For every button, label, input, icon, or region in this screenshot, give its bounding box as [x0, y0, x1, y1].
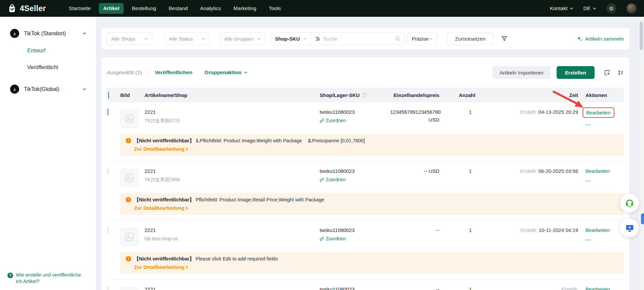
scrollbar-thumb[interactable]: [640, 21, 643, 50]
sidebar-group-label: TikTok(Global): [24, 86, 59, 92]
shops-filter-select[interactable]: Alle Shops: [107, 32, 152, 45]
chevron-down-icon: [593, 7, 596, 9]
detail-edit-link[interactable]: Zur Detailbearbeitung: [134, 205, 188, 211]
live-chat-button[interactable]: [620, 194, 639, 212]
sidebar-item-entwurf[interactable]: Entwurf: [0, 48, 96, 54]
warning-banner: ! 【Nicht veröffentlichbar】 Please click …: [120, 252, 624, 274]
article-group: 2221hjk-test-shop-us twsku11080023Zuordn…: [107, 221, 624, 280]
table-row: 2221hjk-test-shop-us twsku11080023Zuordn…: [107, 221, 624, 246]
map-link[interactable]: Zuordnen: [320, 236, 346, 241]
chevron-down-icon: [244, 71, 247, 74]
avatar[interactable]: [627, 3, 637, 13]
nav-startseite[interactable]: Startseite: [69, 3, 91, 14]
info-icon[interactable]: ?: [362, 93, 367, 98]
article-name: 2221: [145, 168, 320, 174]
shop-name: hjk-test-shop-us: [145, 236, 320, 241]
list-toolbar: Ausgewählt (1) Veröffentlichen Gruppenak…: [107, 57, 624, 79]
kontakt-label: Kontakt: [550, 5, 568, 11]
edit-link[interactable]: Bearbeiten: [586, 227, 610, 233]
image-placeholder-icon: [124, 114, 134, 124]
help-text: Wie erstelle und veröffentliche ich Arti…: [16, 272, 83, 285]
sidebar-group-tiktok-standort[interactable]: ♪ TikTok (Standort): [0, 29, 96, 38]
price-currency: USD: [390, 117, 439, 123]
nav-bestellung[interactable]: Bestellung: [132, 3, 156, 14]
col-header-sku: Shop/Lager-SKU: [320, 92, 360, 98]
kontakt-menu[interactable]: Kontakt: [550, 5, 573, 11]
created-time: 06-20-2025 03:56: [538, 168, 578, 174]
warning-text: Please click Edit to add required fields: [196, 256, 278, 261]
row-density-icon[interactable]: [617, 69, 624, 76]
col-header-time: Zeit: [494, 92, 583, 98]
map-link[interactable]: Zuordnen: [320, 118, 346, 123]
publish-link[interactable]: Veröffentlichen: [155, 69, 192, 76]
edit-link[interactable]: Bearbeiten: [586, 286, 610, 290]
article-sku: twsku11080023: [320, 227, 390, 233]
link-icon: [320, 118, 324, 123]
sidebar-item-veroeffentlicht[interactable]: Veröffentlicht: [0, 64, 96, 70]
detail-edit-link[interactable]: Zur Detailbearbeitung: [134, 264, 188, 270]
map-link[interactable]: Zuordnen: [320, 177, 346, 182]
col-header-actions: Aktionen: [583, 92, 624, 98]
created-label: Erstellt:: [520, 168, 537, 174]
product-thumbnail: [120, 110, 138, 128]
group-action-menu[interactable]: Gruppenaktion: [204, 69, 247, 76]
import-articles-button[interactable]: Artikeln Importieren: [492, 66, 551, 79]
status-filter-select[interactable]: Alle Status: [164, 32, 210, 45]
nav-analytics[interactable]: Analytics: [200, 3, 221, 14]
search-input[interactable]: [323, 36, 392, 42]
row-checkbox[interactable]: [108, 227, 108, 233]
collect-articles-label: Artikeln sammeln: [585, 36, 624, 42]
side-drawer-handle[interactable]: [641, 213, 644, 224]
groups-filter-value: Alle Gruppen: [224, 36, 254, 42]
brand-logo[interactable]: 4Seller: [7, 4, 46, 13]
shops-filter-value: Alle Shops: [111, 36, 135, 42]
quantity-value: 1: [444, 168, 494, 174]
vertical-scrollbar[interactable]: [639, 17, 644, 290]
row-checkbox[interactable]: [108, 286, 108, 290]
export-list-icon[interactable]: [604, 69, 610, 76]
filter-funnel-icon[interactable]: [501, 36, 508, 42]
article-group: 2221 twsku11080023 -- 1 Erstellt: Bearbe…: [107, 280, 624, 290]
more-actions-button[interactable]: ...: [586, 236, 624, 241]
select-all-checkbox[interactable]: [108, 92, 109, 98]
price-value: -- USD: [390, 168, 439, 174]
precision-select[interactable]: Präzise: [407, 32, 437, 45]
chevron-down-icon: [202, 38, 205, 40]
group-action-label: Gruppenaktion: [204, 69, 241, 76]
nav-tools[interactable]: Tools: [269, 3, 281, 14]
sidebar-group-tiktok-global[interactable]: ♪ TikTok(Global): [0, 85, 96, 94]
more-actions-button[interactable]: ...: [586, 177, 624, 182]
row-checkbox[interactable]: [108, 109, 108, 115]
video-tutorial-button[interactable]: [620, 219, 639, 237]
collect-articles-link[interactable]: Artikeln sammeln: [577, 36, 624, 42]
create-button[interactable]: Erstellen: [557, 66, 595, 79]
nav-artikel[interactable]: Artikel: [99, 3, 124, 14]
article-name: 2221: [145, 286, 320, 290]
row-checkbox[interactable]: [108, 168, 108, 174]
detail-edit-link[interactable]: Zur Detailbearbeitung: [134, 146, 188, 152]
quantity-value: 1: [444, 286, 494, 290]
nav-marketing[interactable]: Marketing: [234, 3, 256, 14]
settings-button[interactable]: ⚙: [606, 3, 616, 13]
chevron-right-icon: [186, 147, 188, 151]
groups-filter-select[interactable]: Alle Gruppen: [220, 32, 265, 45]
monitor-play-icon: [625, 224, 634, 233]
search-field-type-select[interactable]: Shop-SKU: [271, 33, 311, 45]
nav-bestand[interactable]: Bestand: [169, 3, 188, 14]
language-menu[interactable]: DE: [583, 5, 596, 11]
chevron-down-icon: [570, 7, 573, 9]
edit-link[interactable]: Bearbeiten: [586, 110, 611, 115]
gear-icon: ⚙: [609, 5, 614, 12]
help-link[interactable]: ? Wie erstelle und veröffentliche ich Ar…: [7, 272, 83, 285]
shop-name: TK沙盒美国4715: [145, 118, 320, 124]
more-actions-button[interactable]: ...: [586, 120, 624, 126]
chevron-down-icon: [144, 38, 148, 40]
chevron-down-icon: [83, 88, 86, 90]
link-icon: [320, 178, 324, 182]
chevron-down-icon: [303, 38, 306, 40]
reset-button[interactable]: Zurücksetzen: [447, 33, 493, 45]
edit-link[interactable]: Bearbeiten: [586, 168, 610, 174]
col-header-image: Bild: [120, 92, 145, 98]
warning-banner: ! 【Nicht veröffentlichbar】 1.Pflichtfeld…: [120, 134, 624, 156]
quantity-value: 1: [444, 109, 494, 115]
